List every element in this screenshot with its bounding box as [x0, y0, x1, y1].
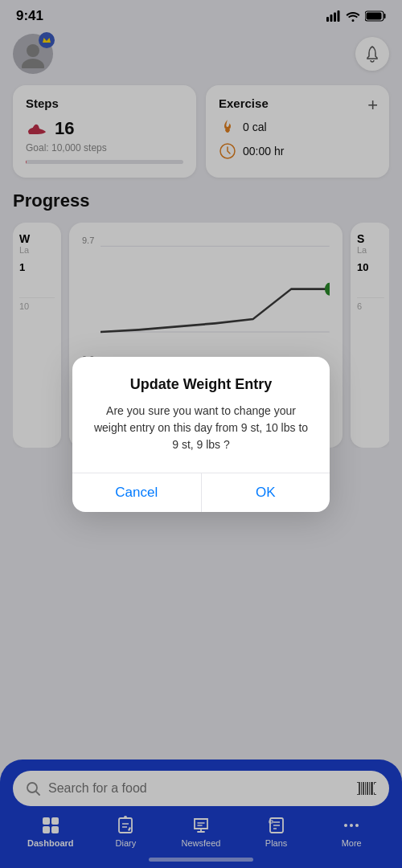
modal-overlay: Update Weight Entry Are you sure you wan… — [0, 0, 402, 868]
modal-cancel-button[interactable]: Cancel — [72, 473, 202, 512]
modal-actions: Cancel OK — [72, 473, 330, 512]
update-weight-modal: Update Weight Entry Are you sure you wan… — [72, 357, 330, 512]
modal-body: Are you sure you want to change your wei… — [92, 403, 310, 453]
modal-ok-button[interactable]: OK — [202, 473, 330, 512]
modal-title: Update Weight Entry — [92, 376, 310, 393]
